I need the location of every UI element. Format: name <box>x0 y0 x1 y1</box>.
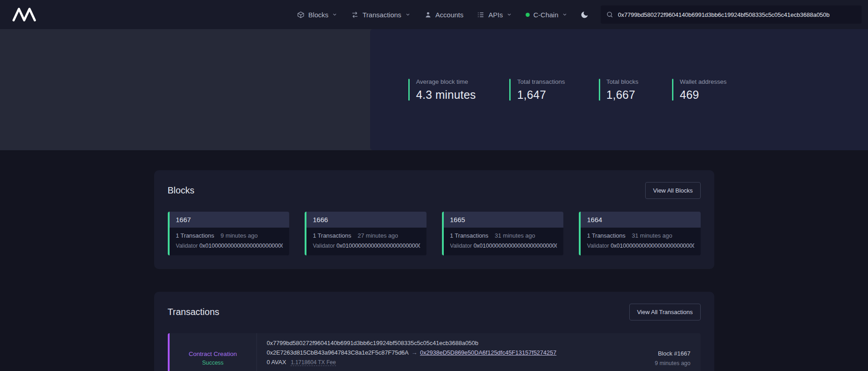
stat-value: 1,647 <box>517 88 565 102</box>
nav-label: Transactions <box>362 11 401 19</box>
block-card[interactable]: 1667 1 Transactions 9 minutes ago Valida… <box>168 212 290 255</box>
search-icon <box>606 11 613 18</box>
validator-label: Validator <box>313 243 335 249</box>
avalanche-logo-icon <box>12 7 38 22</box>
stat-accent-bar <box>509 79 511 101</box>
tx-age: 9 minutes ago <box>655 360 691 366</box>
search-input[interactable] <box>618 11 856 18</box>
stat-value: 1,667 <box>607 88 639 102</box>
tx-block-link[interactable]: Block #1667 <box>658 350 691 357</box>
stat-value: 469 <box>680 88 727 102</box>
search-box[interactable] <box>601 5 862 24</box>
brand-logo[interactable] <box>12 7 38 22</box>
transactions-section: Transactions View All Transactions Contr… <box>154 292 714 371</box>
top-navbar: Blocks Transactions Accounts APIs <box>0 0 868 29</box>
nav-item-apis[interactable]: APIs <box>477 11 512 19</box>
tx-hash-link[interactable]: 0x7799bd580272f9604140b6991d3bb6c19924bf… <box>267 340 595 346</box>
nav-label: C-Chain <box>533 11 558 19</box>
stat-label: Average block time <box>416 78 476 85</box>
block-age: 27 minutes ago <box>358 232 398 239</box>
list-icon <box>477 11 485 19</box>
block-tx-count: 1 Transactions <box>587 232 626 239</box>
stat-label: Total blocks <box>607 78 639 85</box>
block-tx-count: 1 Transactions <box>176 232 215 239</box>
view-all-transactions-button[interactable]: View All Transactions <box>629 304 701 320</box>
block-number[interactable]: 1666 <box>306 212 426 228</box>
block-card-body: 1 Transactions 31 minutes ago Validator … <box>581 228 701 255</box>
theme-toggle-moon-icon[interactable] <box>580 10 589 19</box>
stat-value: 4.3 minutes <box>416 88 476 102</box>
blocks-section-title: Blocks <box>168 185 195 196</box>
tx-to-address-link[interactable]: 0x2938eD5D869e50DA6f125dfc45F13157f52742… <box>420 349 557 356</box>
tx-meta: Block #1667 9 minutes ago <box>605 333 701 371</box>
transactions-icon <box>351 11 359 19</box>
nav-item-chain-selector[interactable]: C-Chain <box>526 11 567 19</box>
block-age: 31 minutes ago <box>632 232 672 239</box>
stats-panel: Average block time 4.3 minutes Total tra… <box>370 29 868 150</box>
validator-label: Validator <box>176 243 198 249</box>
arrow-right-icon: → <box>411 349 417 356</box>
block-card-body: 1 Transactions 31 minutes ago Validator … <box>444 228 564 255</box>
chevron-down-icon <box>405 12 411 17</box>
validator-address: 0x0100000000000000000000000... <box>473 243 557 249</box>
tx-addresses: 0x2E7263d815CbB43a9647843C8a1e2F5c87F75d… <box>267 349 595 356</box>
block-card[interactable]: 1666 1 Transactions 27 minutes ago Valid… <box>305 212 426 255</box>
blocks-section: Blocks View All Blocks 1667 1 Transactio… <box>154 170 714 269</box>
chevron-down-icon <box>507 12 512 17</box>
stat-label: Wallet addresses <box>680 78 727 85</box>
nav-label: Accounts <box>436 11 464 19</box>
tx-status-badge: Success <box>202 360 223 366</box>
block-number[interactable]: 1664 <box>581 212 701 228</box>
nav-item-transactions[interactable]: Transactions <box>351 11 410 19</box>
tx-amount-line: 0 AVAX 1.1718604 TX Fee <box>267 359 595 366</box>
validator-address: 0x0100000000000000000000000... <box>199 243 283 249</box>
tx-type: Contract Creation <box>189 351 237 357</box>
transaction-row[interactable]: Contract Creation Success 0x7799bd580272… <box>168 333 701 371</box>
tx-details: 0x7799bd580272f9604140b6991d3bb6c19924bf… <box>257 333 605 371</box>
validator-label: Validator <box>450 243 472 249</box>
transactions-section-title: Transactions <box>168 307 220 317</box>
stat-accent-bar <box>599 79 600 101</box>
hero-section: Average block time 4.3 minutes Total tra… <box>0 29 868 150</box>
stat-average-block-time: Average block time 4.3 minutes <box>408 78 476 102</box>
chain-status-dot-icon <box>526 13 530 17</box>
blocks-row: 1667 1 Transactions 9 minutes ago Valida… <box>168 212 701 255</box>
validator-label: Validator <box>587 243 609 249</box>
block-number[interactable]: 1665 <box>444 212 564 228</box>
validator-address: 0x0100000000000000000000000... <box>611 243 694 249</box>
stat-label: Total transactions <box>517 78 565 85</box>
block-card-body: 1 Transactions 27 minutes ago Validator … <box>306 228 426 255</box>
tx-amount: 0 AVAX <box>267 359 286 366</box>
block-age: 9 minutes ago <box>221 232 258 239</box>
tx-from-address[interactable]: 0x2E7263d815CbB43a9647843C8a1e2F5c87F75d… <box>267 349 409 356</box>
chevron-down-icon <box>562 12 567 17</box>
view-all-blocks-button[interactable]: View All Blocks <box>645 182 700 199</box>
block-card-body: 1 Transactions 9 minutes ago Validator 0… <box>170 228 290 255</box>
nav-item-accounts[interactable]: Accounts <box>424 11 464 19</box>
tx-fee: 1.1718604 TX Fee <box>291 359 336 366</box>
block-card[interactable]: 1664 1 Transactions 31 minutes ago Valid… <box>579 212 701 255</box>
tx-type-cell: Contract Creation Success <box>170 333 257 371</box>
stat-wallet-addresses: Wallet addresses 469 <box>672 78 727 102</box>
block-number[interactable]: 1667 <box>170 212 290 228</box>
nav-item-blocks[interactable]: Blocks <box>297 11 337 19</box>
nav-menu: Blocks Transactions Accounts APIs <box>297 11 567 19</box>
validator-address: 0x0100000000000000000000000... <box>336 243 420 249</box>
nav-label: Blocks <box>308 11 328 19</box>
cube-icon <box>297 11 305 19</box>
stat-accent-bar <box>672 79 673 101</box>
stat-total-blocks: Total blocks 1,667 <box>599 78 639 102</box>
block-age: 31 minutes ago <box>495 232 535 239</box>
person-icon <box>424 11 432 19</box>
block-card[interactable]: 1665 1 Transactions 31 minutes ago Valid… <box>442 212 564 255</box>
chevron-down-icon <box>332 12 337 17</box>
stat-total-transactions: Total transactions 1,647 <box>509 78 565 102</box>
block-tx-count: 1 Transactions <box>313 232 351 239</box>
stat-accent-bar <box>408 79 410 101</box>
block-tx-count: 1 Transactions <box>450 232 489 239</box>
nav-label: APIs <box>488 11 503 19</box>
